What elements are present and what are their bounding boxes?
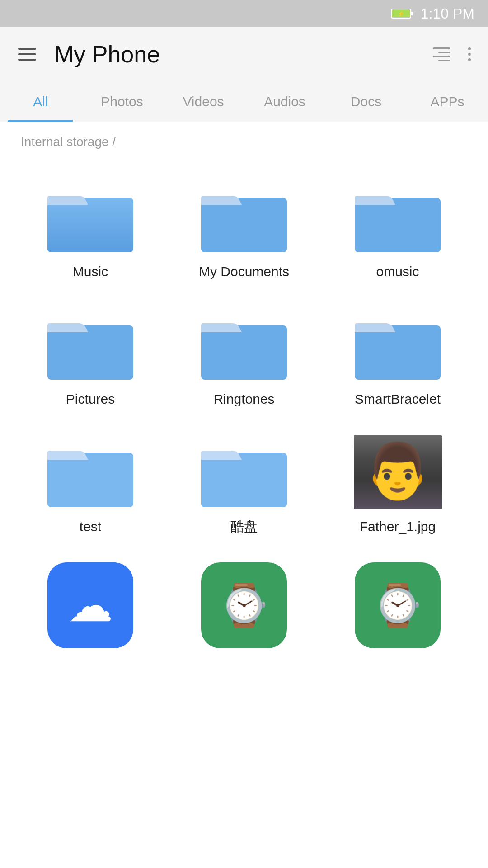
list-item[interactable]: My Documents bbox=[167, 166, 321, 294]
file-grid: Music My Documents omusic Pictures Ringt… bbox=[0, 162, 488, 675]
tab-apps[interactable]: APPs bbox=[407, 81, 488, 122]
file-label: Music bbox=[73, 263, 108, 280]
folder-icon bbox=[352, 307, 443, 382]
folder-icon bbox=[199, 180, 289, 255]
file-label: Father_1.jpg bbox=[360, 518, 436, 535]
file-label: test bbox=[80, 518, 101, 535]
svg-rect-10 bbox=[355, 326, 441, 380]
svg-rect-11 bbox=[47, 453, 133, 507]
list-item[interactable]: Music bbox=[14, 166, 167, 294]
list-item[interactable]: Ringtones bbox=[167, 294, 321, 421]
list-item[interactable]: ⌚ bbox=[167, 549, 321, 670]
tab-all[interactable]: All bbox=[0, 81, 81, 122]
list-item[interactable]: ⌚ bbox=[321, 549, 474, 670]
battery-icon: ⚡ bbox=[391, 8, 413, 19]
file-label: Pictures bbox=[66, 390, 115, 408]
photo-preview bbox=[354, 435, 442, 509]
svg-rect-9 bbox=[201, 326, 287, 380]
tab-photos[interactable]: Photos bbox=[81, 81, 163, 122]
more-options-icon[interactable] bbox=[465, 44, 474, 65]
status-bar: ⚡ 1:10 PM bbox=[0, 0, 488, 27]
list-item[interactable]: test bbox=[14, 421, 167, 549]
svg-text:⚡: ⚡ bbox=[397, 10, 404, 17]
list-item[interactable]: 酷盘 bbox=[167, 421, 321, 549]
svg-rect-1 bbox=[411, 12, 413, 15]
folder-icon bbox=[199, 307, 289, 382]
watch-app-icon: ⌚ bbox=[201, 562, 287, 648]
list-item[interactable]: ☁ bbox=[14, 549, 167, 670]
svg-rect-12 bbox=[201, 453, 287, 507]
hamburger-icon[interactable] bbox=[14, 43, 41, 65]
status-time: 1:10 PM bbox=[421, 5, 474, 22]
list-item[interactable]: Pictures bbox=[14, 294, 167, 421]
file-label: omusic bbox=[376, 263, 419, 280]
header: My Phone bbox=[0, 27, 488, 81]
file-label: 酷盘 bbox=[230, 518, 258, 535]
svg-rect-8 bbox=[47, 326, 133, 380]
page-title: My Phone bbox=[50, 41, 420, 68]
tab-docs[interactable]: Docs bbox=[325, 81, 407, 122]
folder-icon bbox=[45, 180, 136, 255]
folder-icon bbox=[352, 180, 443, 255]
file-label: My Documents bbox=[199, 263, 289, 280]
svg-rect-5 bbox=[47, 198, 133, 252]
photo-thumbnail bbox=[354, 435, 442, 509]
list-view-icon[interactable] bbox=[429, 44, 454, 65]
folder-icon bbox=[199, 435, 289, 509]
list-item[interactable]: omusic bbox=[321, 166, 474, 294]
list-item[interactable]: SmartBracelet bbox=[321, 294, 474, 421]
cloud-app-icon: ☁ bbox=[47, 562, 133, 648]
svg-rect-7 bbox=[355, 198, 441, 252]
breadcrumb: Internal storage / bbox=[0, 122, 488, 162]
file-label: SmartBracelet bbox=[355, 390, 441, 408]
header-icons bbox=[429, 44, 474, 65]
tab-audios[interactable]: Audios bbox=[244, 81, 325, 122]
tab-bar: All Photos Videos Audios Docs APPs bbox=[0, 81, 488, 122]
svg-rect-6 bbox=[201, 198, 287, 252]
watch-app-icon-2: ⌚ bbox=[355, 562, 441, 648]
file-label: Ringtones bbox=[213, 390, 274, 408]
folder-icon bbox=[45, 435, 136, 509]
list-item[interactable]: Father_1.jpg bbox=[321, 421, 474, 549]
folder-icon bbox=[45, 307, 136, 382]
tab-videos[interactable]: Videos bbox=[163, 81, 244, 122]
